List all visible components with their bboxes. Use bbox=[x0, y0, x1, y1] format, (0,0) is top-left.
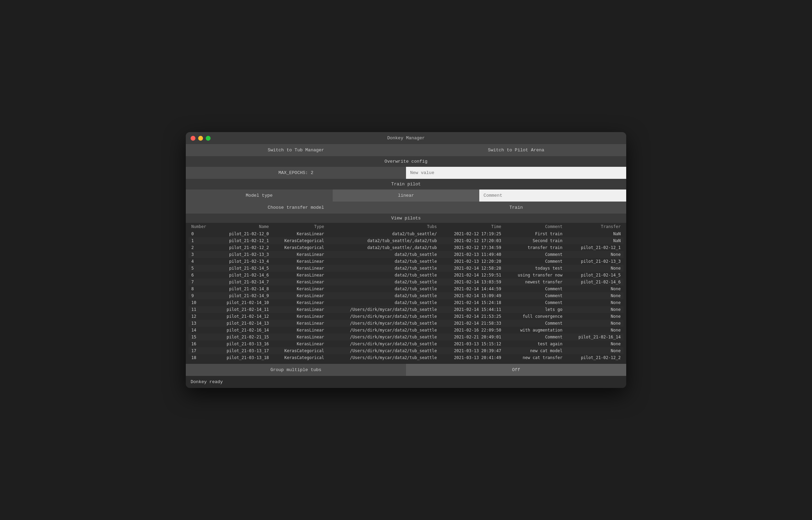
table-row[interactable]: 12 pilot_21-02-14_12 KerasLinear /Users/… bbox=[189, 313, 623, 320]
table-row[interactable]: 17 pilot_21-03-13_17 KerasCategorical /U… bbox=[189, 347, 623, 354]
cell-time: 2021-02-12 17:34:59 bbox=[440, 244, 504, 251]
cell-number: 10 bbox=[189, 299, 213, 306]
train-button[interactable]: Train bbox=[406, 202, 626, 214]
table-row[interactable]: 8 pilot_21-02-14_8 KerasLinear data2/tub… bbox=[189, 285, 623, 292]
cell-type: KerasLinear bbox=[272, 265, 327, 272]
title-bar: Donkey Manager bbox=[186, 132, 626, 144]
cell-tubs: /Users/dirk/mycar/data2/tub_seattle bbox=[327, 313, 440, 320]
cell-name: pilot_21-03-13_16 bbox=[213, 340, 271, 347]
cell-name: pilot_21-02-14_9 bbox=[213, 292, 271, 299]
cell-transfer: NaN bbox=[565, 230, 623, 237]
cell-name: pilot_21-02-12_0 bbox=[213, 230, 271, 237]
cell-number: 4 bbox=[189, 258, 213, 265]
cell-name: pilot_21-02-14_12 bbox=[213, 313, 271, 320]
maximize-button[interactable] bbox=[206, 136, 211, 141]
table-row[interactable]: 1 pilot_21-02-12_1 KerasCategorical data… bbox=[189, 237, 623, 244]
cell-comment: Comment bbox=[504, 299, 565, 306]
config-row: MAX_EPOCHS: 2 bbox=[186, 167, 626, 179]
cell-name: pilot_21-02-14_5 bbox=[213, 265, 271, 272]
cell-tubs: data2/tub_seattle bbox=[327, 272, 440, 279]
cell-tubs: /Users/dirk/mycar/data2/tub_seattle bbox=[327, 334, 440, 340]
cell-type: KerasLinear bbox=[272, 313, 327, 320]
cell-number: 17 bbox=[189, 347, 213, 354]
col-number: Number bbox=[189, 223, 213, 230]
cell-time: 2021-02-14 21:53:25 bbox=[440, 313, 504, 320]
cell-comment: newest transfer bbox=[504, 279, 565, 285]
col-tubs: Tubs bbox=[327, 223, 440, 230]
status-bar: Donkey ready bbox=[186, 376, 626, 388]
minimize-button[interactable] bbox=[198, 136, 203, 141]
cell-time: 2021-02-14 21:58:33 bbox=[440, 320, 504, 327]
cell-comment: Comment bbox=[504, 285, 565, 292]
cell-tubs: data2/tub_seattle bbox=[327, 299, 440, 306]
switch-pilot-button[interactable]: Switch to Pilot Arena bbox=[406, 144, 626, 156]
model-type-label: Model type bbox=[186, 189, 333, 202]
pilots-section: Number Name Type Tubs Time Comment Trans… bbox=[186, 223, 626, 364]
cell-number: 8 bbox=[189, 285, 213, 292]
cell-tubs: data2/tub_seattle/ bbox=[327, 230, 440, 237]
cell-comment: transfer train bbox=[504, 244, 565, 251]
table-row[interactable]: 11 pilot_21-02-14_11 KerasLinear /Users/… bbox=[189, 306, 623, 313]
cell-number: 3 bbox=[189, 251, 213, 258]
cell-time: 2021-02-13 11:49:40 bbox=[440, 251, 504, 258]
cell-transfer: None bbox=[565, 306, 623, 313]
action-row: Choose transfer model Train bbox=[186, 202, 626, 214]
cell-transfer: None bbox=[565, 347, 623, 354]
cell-name: pilot_21-02-13_3 bbox=[213, 251, 271, 258]
cell-tubs: data2/tub_seattle bbox=[327, 279, 440, 285]
view-pilots-header: View pilots bbox=[186, 214, 626, 223]
cell-name: pilot_21-02-13_4 bbox=[213, 258, 271, 265]
cell-type: KerasLinear bbox=[272, 251, 327, 258]
close-button[interactable] bbox=[191, 136, 195, 141]
new-value-input[interactable] bbox=[406, 167, 626, 179]
comment-input[interactable] bbox=[479, 189, 626, 202]
cell-type: KerasCategorical bbox=[272, 354, 327, 361]
off-button[interactable]: Off bbox=[406, 364, 626, 376]
cell-time: 2021-03-13 20:39:47 bbox=[440, 347, 504, 354]
table-row[interactable]: 18 pilot_21-03-13_18 KerasCategorical /U… bbox=[189, 354, 623, 361]
cell-tubs: data2/tub_seattle bbox=[327, 292, 440, 299]
cell-time: 2021-02-14 13:03:59 bbox=[440, 279, 504, 285]
model-type-value[interactable]: linear bbox=[333, 189, 480, 202]
cell-type: KerasLinear bbox=[272, 306, 327, 313]
col-name: Name bbox=[213, 223, 271, 230]
table-row[interactable]: 9 pilot_21-02-14_9 KerasLinear data2/tub… bbox=[189, 292, 623, 299]
cell-transfer: None bbox=[565, 265, 623, 272]
cell-comment: Comment bbox=[504, 251, 565, 258]
cell-comment: Comment bbox=[504, 258, 565, 265]
table-row[interactable]: 15 pilot_21-02-21_15 KerasLinear /Users/… bbox=[189, 334, 623, 340]
cell-type: KerasLinear bbox=[272, 320, 327, 327]
cell-number: 5 bbox=[189, 265, 213, 272]
cell-comment: full convergence bbox=[504, 313, 565, 320]
cell-tubs: /Users/dirk/mycar/data2/tub_seattle bbox=[327, 320, 440, 327]
choose-transfer-button[interactable]: Choose transfer model bbox=[186, 202, 406, 214]
cell-number: 0 bbox=[189, 230, 213, 237]
table-row[interactable]: 2 pilot_21-02-12_2 KerasCategorical data… bbox=[189, 244, 623, 251]
main-window: Donkey Manager Switch to Tub Manager Swi… bbox=[186, 132, 626, 388]
table-row[interactable]: 6 pilot_21-02-14_6 KerasLinear data2/tub… bbox=[189, 272, 623, 279]
cell-time: 2021-02-16 22:09:50 bbox=[440, 327, 504, 334]
table-row[interactable]: 0 pilot_21-02-12_0 KerasLinear data2/tub… bbox=[189, 230, 623, 237]
table-row[interactable]: 5 pilot_21-02-14_5 KerasLinear data2/tub… bbox=[189, 265, 623, 272]
overwrite-config-header: Overwrite config bbox=[186, 156, 626, 167]
table-row[interactable]: 14 pilot_21-02-16_14 KerasLinear /Users/… bbox=[189, 327, 623, 334]
table-row[interactable]: 16 pilot_21-03-13_16 KerasLinear /Users/… bbox=[189, 340, 623, 347]
bottom-bar: Group multiple tubs Off bbox=[186, 364, 626, 376]
cell-number: 7 bbox=[189, 279, 213, 285]
table-row[interactable]: 13 pilot_21-02-14_13 KerasLinear /Users/… bbox=[189, 320, 623, 327]
table-row[interactable]: 7 pilot_21-02-14_7 KerasLinear data2/tub… bbox=[189, 279, 623, 285]
cell-type: KerasCategorical bbox=[272, 237, 327, 244]
table-row[interactable]: 10 pilot_21-02-14_10 KerasLinear data2/t… bbox=[189, 299, 623, 306]
cell-transfer: pilot_21-02-12_2 bbox=[565, 354, 623, 361]
cell-type: KerasLinear bbox=[272, 272, 327, 279]
group-tubs-button[interactable]: Group multiple tubs bbox=[186, 364, 406, 376]
cell-number: 14 bbox=[189, 327, 213, 334]
cell-transfer: None bbox=[565, 327, 623, 334]
cell-number: 11 bbox=[189, 306, 213, 313]
cell-tubs: /Users/dirk/mycar/data2/tub_seattle bbox=[327, 340, 440, 347]
cell-name: pilot_21-02-14_10 bbox=[213, 299, 271, 306]
cell-number: 12 bbox=[189, 313, 213, 320]
switch-tub-button[interactable]: Switch to Tub Manager bbox=[186, 144, 406, 156]
table-row[interactable]: 3 pilot_21-02-13_3 KerasLinear data2/tub… bbox=[189, 251, 623, 258]
table-row[interactable]: 4 pilot_21-02-13_4 KerasLinear data2/tub… bbox=[189, 258, 623, 265]
